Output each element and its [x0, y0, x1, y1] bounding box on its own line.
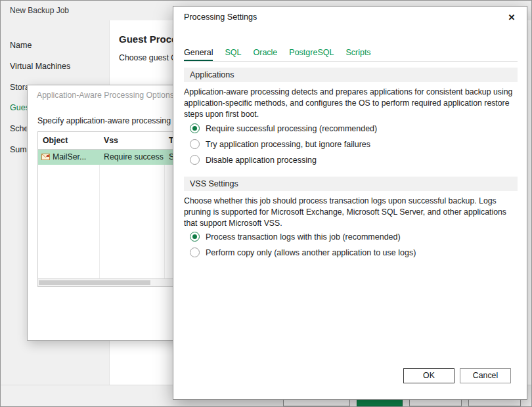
screenshot-root: New Backup Job Name Virtual Machines Sto… — [0, 0, 532, 407]
sidebar-item-name[interactable]: Name — [10, 39, 32, 52]
dialog-title: Processing Settings — [184, 7, 257, 28]
radio-process-transaction-logs[interactable]: Process transaction logs with this job (… — [190, 231, 401, 242]
close-icon[interactable]: ✕ — [505, 12, 518, 24]
radio-label: Disable application processing — [206, 156, 317, 165]
tab-scripts[interactable]: Scripts — [345, 47, 370, 62]
radio-button-icon — [190, 232, 200, 242]
column-header-object[interactable]: Object — [43, 132, 68, 149]
sidebar-item-virtual-machines[interactable]: Virtual Machines — [10, 60, 70, 73]
tab-postgresql[interactable]: PostgreSQL — [289, 47, 334, 62]
section-header-applications: Applications — [184, 68, 518, 82]
radio-label: Perform copy only (allows another applic… — [206, 248, 416, 257]
scrollbar-thumb[interactable] — [39, 280, 150, 285]
radio-perform-copy-only[interactable]: Perform copy only (allows another applic… — [190, 247, 416, 258]
column-header-vss[interactable]: Vss — [104, 132, 118, 149]
radio-button-icon — [190, 123, 200, 133]
vss-description: Choose whether this job should process t… — [184, 196, 520, 229]
radio-disable-application-processing[interactable]: Disable application processing — [190, 154, 317, 165]
tab-general[interactable]: General — [184, 47, 213, 62]
window-title: New Backup Job — [10, 6, 69, 15]
cell-object: MailSer... — [53, 150, 86, 165]
radio-button-icon — [190, 247, 200, 257]
cancel-button[interactable]: Cancel — [460, 368, 511, 383]
radio-button-icon — [190, 139, 200, 149]
ok-button[interactable]: OK — [403, 368, 454, 383]
section-header-vss-settings: VSS Settings — [184, 177, 518, 191]
radio-try-ignore-failures[interactable]: Try application processing, but ignore f… — [190, 139, 370, 150]
tab-divider — [184, 61, 518, 62]
tab-oracle[interactable]: Oracle — [254, 47, 278, 62]
radio-label: Process transaction logs with this job (… — [206, 232, 401, 242]
dialog-title: Application-Aware Processing Options — [37, 85, 174, 105]
cell-vss: Require success — [104, 150, 164, 165]
radio-require-successful-processing[interactable]: Require successful processing (recommend… — [190, 123, 377, 134]
applications-description: Application-aware processing detects and… — [184, 87, 520, 120]
tab-bar: General SQL Oracle PostgreSQL Scripts — [184, 47, 371, 62]
processing-settings-dialog: Processing Settings ✕ General SQL Oracle… — [173, 6, 527, 400]
radio-label: Try application processing, but ignore f… — [206, 140, 370, 149]
tab-sql[interactable]: SQL — [225, 47, 241, 62]
radio-label: Require successful processing (recommend… — [206, 124, 377, 133]
radio-button-icon — [190, 155, 200, 165]
mailserver-icon — [41, 153, 50, 161]
